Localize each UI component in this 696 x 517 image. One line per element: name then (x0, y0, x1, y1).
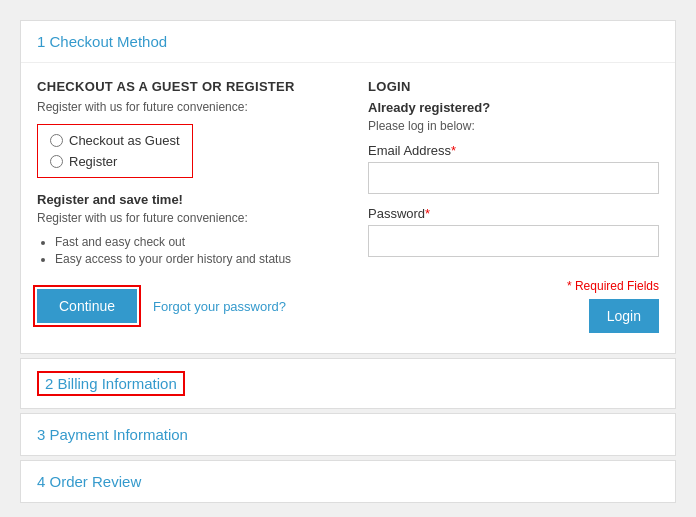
benefit-item-1: Fast and easy check out (55, 235, 328, 249)
guest-register-col: CHECKOUT AS A GUEST OR REGISTER Register… (37, 79, 328, 269)
billing-section-header: 2 Billing Information (45, 375, 177, 392)
payment-header: 3 Payment Information (21, 414, 675, 455)
already-registered-text: Already registered? (368, 100, 659, 115)
guest-register-heading: CHECKOUT AS A GUEST OR REGISTER (37, 79, 328, 94)
payment-information-section: 3 Payment Information (20, 413, 676, 456)
register-radio[interactable] (50, 155, 63, 168)
continue-button[interactable]: Continue (37, 289, 137, 323)
required-fields-note: * Required Fields (567, 279, 659, 293)
register-label: Register (69, 154, 117, 169)
right-block: * Required Fields Login (567, 279, 659, 333)
section-title: Checkout Method (50, 33, 168, 50)
guest-register-sub: Register with us for future convenience: (37, 100, 328, 114)
email-required-star: * (451, 143, 456, 158)
section-number: 1 (37, 33, 45, 50)
billing-header-bordered: 2 Billing Information (37, 371, 185, 396)
checkout-options-group: Checkout as Guest Register (37, 124, 193, 178)
checkout-method-section: 1 Checkout Method CHECKOUT AS A GUEST OR… (20, 20, 676, 354)
checkout-method-header: 1 Checkout Method (21, 21, 675, 62)
benefit-item-2: Easy access to your order history and st… (55, 252, 328, 266)
password-label: Password* (368, 206, 659, 221)
login-col: LOGIN Already registered? Please log in … (368, 79, 659, 269)
order-review-header: 4 Order Review (21, 461, 675, 502)
password-input[interactable] (368, 225, 659, 257)
actions-center: Continue Forgot your password? (37, 289, 286, 323)
login-heading: LOGIN (368, 79, 659, 94)
billing-information-section: 2 Billing Information (20, 358, 676, 409)
email-label: Email Address* (368, 143, 659, 158)
register-save-heading: Register and save time! (37, 192, 328, 207)
benefits-list: Fast and easy check out Easy access to y… (55, 235, 328, 266)
page-container: 1 Checkout Method CHECKOUT AS A GUEST OR… (20, 20, 676, 507)
billing-header-wrap: 2 Billing Information (21, 359, 675, 408)
please-login-text: Please log in below: (368, 119, 659, 133)
actions-row: Continue Forgot your password? * Require… (37, 279, 659, 333)
checkout-method-body: CHECKOUT AS A GUEST OR REGISTER Register… (21, 62, 675, 353)
register-option[interactable]: Register (50, 154, 180, 169)
order-review-section: 4 Order Review (20, 460, 676, 503)
guest-label: Checkout as Guest (69, 133, 180, 148)
password-required-star: * (425, 206, 430, 221)
forgot-password-link[interactable]: Forgot your password? (153, 299, 286, 314)
register-save-sub: Register with us for future convenience: (37, 211, 328, 225)
email-input[interactable] (368, 162, 659, 194)
login-button[interactable]: Login (589, 299, 659, 333)
two-column-layout: CHECKOUT AS A GUEST OR REGISTER Register… (37, 79, 659, 269)
guest-radio[interactable] (50, 134, 63, 147)
guest-option[interactable]: Checkout as Guest (50, 133, 180, 148)
